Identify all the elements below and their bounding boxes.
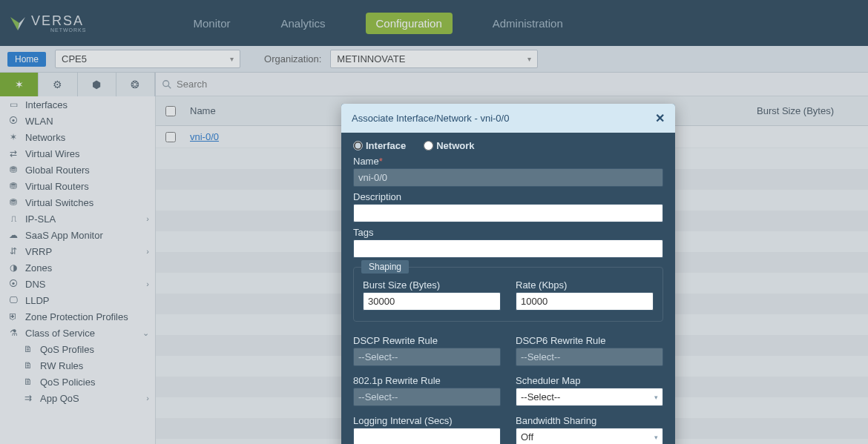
associate-interface-modal: Associate Interface/Network - vni-0/0 ✕ … (341, 104, 675, 444)
desc-input[interactable] (353, 204, 663, 222)
burst-label: Burst Size (Bytes) (363, 279, 501, 291)
type-radio-group: Interface Network (353, 140, 663, 151)
8021p-select[interactable]: --Select-- (353, 388, 501, 406)
close-icon[interactable]: ✕ (655, 111, 665, 125)
log-label: Logging Interval (Secs) (353, 415, 501, 426)
bw-label: Bandwidth Sharing (516, 415, 663, 426)
8021p-label: 802.1p Rewrite Rule (353, 375, 501, 386)
tags-input[interactable] (353, 239, 663, 258)
modal-body: Interface Network Name* Description Tags… (341, 133, 675, 444)
rate-input[interactable] (516, 292, 654, 311)
chevron-down-icon: ▾ (654, 394, 658, 401)
rate-label: Rate (Kbps) (516, 279, 654, 291)
dscp6-select[interactable]: --Select-- (516, 348, 663, 366)
radio-network[interactable]: Network (424, 140, 474, 151)
tags-label: Tags (353, 227, 663, 238)
dscp6-label: DSCP6 Rewrite Rule (516, 335, 663, 346)
name-label: Name* (353, 156, 663, 167)
modal-title: Associate Interface/Network - vni-0/0 (352, 113, 509, 124)
sched-label: Scheduler Map (516, 375, 663, 386)
bw-select[interactable]: Off▾ (516, 428, 663, 444)
sched-select[interactable]: --Select--▾ (516, 388, 663, 406)
dscp-select[interactable]: --Select-- (353, 348, 501, 366)
log-input[interactable] (353, 428, 501, 444)
shaping-legend: Shaping (361, 260, 409, 274)
name-input[interactable] (353, 168, 663, 187)
dscp-label: DSCP Rewrite Rule (353, 335, 501, 346)
burst-input[interactable] (363, 292, 501, 311)
modal-header: Associate Interface/Network - vni-0/0 ✕ (341, 104, 675, 133)
desc-label: Description (353, 191, 663, 202)
shaping-fieldset: Shaping Burst Size (Bytes) Rate (Kbps) (353, 267, 663, 322)
chevron-down-icon: ▾ (654, 434, 658, 441)
radio-interface[interactable]: Interface (353, 140, 406, 151)
